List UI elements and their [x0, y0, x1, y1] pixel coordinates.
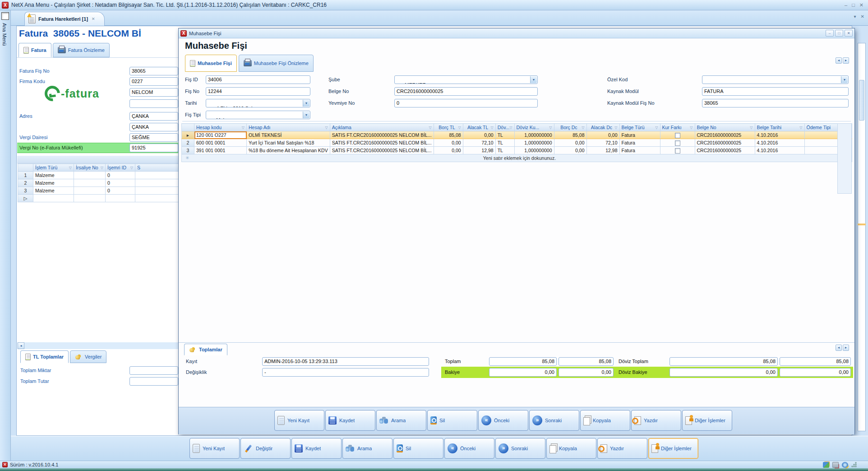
edit-icon: [245, 444, 252, 452]
arama-button[interactable]: Arama: [342, 438, 392, 459]
maximize-icon[interactable]: □: [852, 0, 855, 9]
diger-islemler-button[interactable]: Diğer İşlemler: [682, 410, 732, 431]
firma-kodu-field[interactable]: 0227: [129, 77, 178, 86]
menu-grid-icon[interactable]: [1, 12, 9, 20]
sube-combo[interactable]: MERKEZ ▼: [394, 75, 538, 84]
dropdown-arrow-icon[interactable]: ▼: [303, 100, 309, 107]
kur-farki-checkbox[interactable]: [675, 148, 680, 154]
dialog-minimize-icon[interactable]: –: [826, 30, 834, 37]
table-row[interactable]: 2 Malzeme 0: [18, 179, 179, 187]
sidebar-ana-menu[interactable]: Ana Menü: [0, 10, 11, 461]
tarihi-combo[interactable]: 4 Ekim 2016 Salı ▼: [206, 99, 310, 107]
sonraki-button[interactable]: » Sonraki: [529, 410, 579, 431]
kopyala-button[interactable]: Kopyala: [546, 438, 596, 459]
sil-button[interactable]: Sil: [393, 438, 443, 459]
tab-tl-toplamlar[interactable]: TL Toplamlar: [20, 350, 69, 363]
device-status-icon[interactable]: [832, 462, 839, 468]
tab-fatura-hareketleri[interactable]: Fatura Hareketleri [1] ✕: [24, 12, 105, 26]
sync-status-icon[interactable]: [842, 462, 848, 468]
tab-close-all-icon[interactable]: ✕: [861, 14, 864, 19]
firma-adi2-field[interactable]: [129, 99, 178, 108]
page-left-icon[interactable]: ◂: [836, 57, 842, 64]
toplam-miktar-field[interactable]: [129, 366, 178, 375]
horizontal-scrollbar[interactable]: [17, 342, 179, 349]
yevmiye-no-field[interactable]: 0: [394, 99, 538, 107]
fis-tipi-combo[interactable]: Mahsup ▼: [206, 111, 310, 119]
dropdown-arrow-icon[interactable]: ▼: [303, 112, 309, 118]
vergi-no-field[interactable]: 91925: [129, 144, 178, 152]
fis-no-field[interactable]: 12244: [206, 87, 310, 96]
minimize-icon[interactable]: –: [845, 0, 847, 9]
kaynak-modul-fis-no-field[interactable]: 38065: [702, 99, 849, 107]
new-row-hint[interactable]: ✳ Yeni satır eklemek için dokununuz.: [182, 154, 852, 162]
new-row[interactable]: ▷: [18, 195, 179, 202]
kopyala-button[interactable]: Kopyala: [580, 410, 630, 431]
yeni-kayit-button[interactable]: Yeni Kayıt: [274, 410, 324, 431]
firma-adi-field[interactable]: NELCOM: [129, 88, 178, 97]
yeni-kayit-button[interactable]: Yeni Kayıt: [189, 438, 240, 459]
toplam-tutar-field[interactable]: [129, 377, 178, 386]
table-row-selected[interactable]: ▸ 120 001 O227 OLMİ TEKNESİ SATIS FT.CRC…: [182, 131, 852, 139]
add-row-icon[interactable]: ✳: [185, 155, 189, 160]
col-aciklama: Açıklama: [332, 125, 351, 130]
kur-farki-checkbox[interactable]: [675, 133, 680, 138]
new-row-marker-icon[interactable]: ▷: [18, 195, 33, 202]
onceki-button[interactable]: « Önceki: [444, 438, 494, 459]
table-row[interactable]: 3 Malzeme 0: [18, 187, 179, 195]
totals-page-left-icon[interactable]: ◂: [836, 345, 842, 351]
adres2-field[interactable]: ÇANKA: [129, 123, 178, 131]
page-right-icon[interactable]: ▸: [843, 57, 849, 64]
toplam-2-field[interactable]: 85,08: [559, 357, 614, 366]
onceki-button[interactable]: « Önceki: [478, 410, 528, 431]
yazdir-button[interactable]: Yazdır: [631, 410, 681, 431]
sil-button[interactable]: Sil: [427, 410, 477, 431]
yazdir-button[interactable]: Yazdır: [597, 438, 647, 459]
table-row[interactable]: 1 Malzeme 0: [18, 172, 179, 179]
kaynak-modul-field[interactable]: FATURA: [702, 87, 849, 96]
kur-farki-checkbox[interactable]: [675, 140, 680, 146]
bakiye-1-field[interactable]: 0,00: [489, 368, 557, 377]
diger-islemler-button[interactable]: Diğer İşlemler: [648, 438, 698, 459]
fatura-fis-no-field[interactable]: 38065: [129, 67, 178, 75]
kaydet-button[interactable]: Kaydet: [291, 438, 342, 459]
dropdown-arrow-icon[interactable]: ▼: [530, 76, 537, 83]
selected-cell[interactable]: 120 001 O227: [194, 131, 247, 139]
tab-muhasebe-fisi[interactable]: Muhasebe Fişi: [185, 55, 237, 72]
grid-scroll-gutter[interactable]: [837, 123, 852, 194]
arama-button[interactable]: Arama: [376, 410, 426, 431]
tab-list-dropdown-icon[interactable]: ▾: [854, 14, 856, 19]
vergi-dairesi-field[interactable]: SEĞME: [129, 133, 178, 142]
degistir-button[interactable]: Değiştir: [240, 438, 291, 459]
tab-muhasebe-fisi-onizleme[interactable]: Muhasebe Fişi Önizleme: [239, 55, 314, 72]
kaydet-button[interactable]: Kaydet: [325, 410, 375, 431]
vertical-scrollbar[interactable]: [859, 80, 864, 121]
toplam-1-field[interactable]: 85,08: [489, 357, 557, 366]
tab-fatura-onizleme[interactable]: Fatura Önizleme: [53, 43, 110, 57]
table-row[interactable]: 2 600 001 0001 Yurt İçi Ticari Mal Satış…: [182, 139, 852, 147]
doviz-toplam-2-field[interactable]: 85,08: [780, 357, 851, 366]
doviz-toplam-1-field[interactable]: 85,08: [669, 357, 778, 366]
table-row[interactable]: 3 391 001 0001 %18 Bu döneme Ait Hesapla…: [182, 147, 852, 154]
scroll-left-icon[interactable]: ◂: [18, 342, 24, 349]
degisiklik-field[interactable]: -: [262, 368, 429, 377]
dropdown-arrow-icon[interactable]: ▼: [841, 76, 848, 83]
ozel-kod-combo[interactable]: ▼: [702, 75, 849, 84]
dialog-close-icon[interactable]: ✕: [845, 30, 853, 37]
adres1-field[interactable]: ÇANKA: [129, 112, 178, 121]
totals-page-right-icon[interactable]: ▸: [843, 345, 849, 351]
belge-no-field[interactable]: CRC2016000000025: [394, 87, 538, 96]
sonraki-button[interactable]: » Sonraki: [495, 438, 545, 459]
tab-vergiler[interactable]: Vergiler: [70, 350, 106, 363]
resize-grip[interactable]: [851, 462, 857, 467]
windows-layers-icon[interactable]: [823, 462, 829, 468]
fis-id-field[interactable]: 34006: [206, 75, 310, 84]
tab-close-icon[interactable]: ✕: [92, 17, 95, 21]
tab-toplamlar[interactable]: Toplamlar: [184, 344, 227, 355]
doviz-bakiye-2-field[interactable]: 0,00: [780, 368, 851, 377]
kayit-field[interactable]: ADMIN-2016-10-05 13:29:33.113: [262, 357, 429, 366]
tab-fatura[interactable]: Fatura: [18, 43, 51, 57]
bakiye-2-field[interactable]: 0,00: [559, 368, 614, 377]
close-icon[interactable]: ✕: [859, 0, 863, 9]
doviz-bakiye-1-field[interactable]: 0,00: [669, 368, 778, 377]
dialog-maximize-icon[interactable]: □: [835, 30, 843, 37]
